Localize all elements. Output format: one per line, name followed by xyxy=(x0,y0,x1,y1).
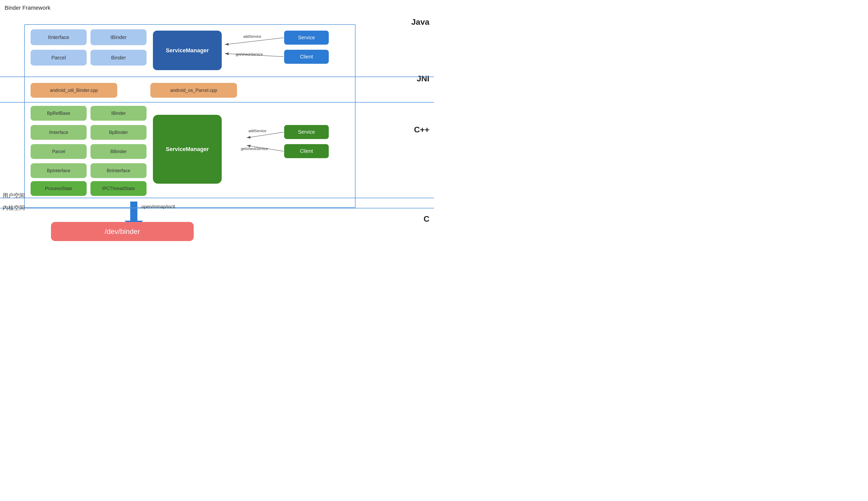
cpp-bpinterface-box: BpInterface xyxy=(31,163,87,178)
java-iinterface-box: IInterface xyxy=(31,29,87,45)
cpp-bpbinder-box: BpBinder xyxy=(90,125,146,140)
java-ibinder-box: IBinder xyxy=(90,29,146,45)
java-getcheckservice-label: get/checkService xyxy=(236,52,263,56)
cpp-client-box: Client xyxy=(284,144,329,158)
dev-binder-label: /dev/binder xyxy=(105,227,140,236)
cpp-processstate-box: ProcessState xyxy=(31,181,87,196)
divider-userspace-kernel xyxy=(0,208,434,209)
jni-android-os-parcel-label: android_os_Parcel.cpp xyxy=(170,88,217,93)
java-addservice-label: addService xyxy=(243,34,261,39)
java-client-label: Client xyxy=(300,54,313,60)
java-servicemanager-label: ServiceManager xyxy=(166,47,209,54)
cpp-service-label: Service xyxy=(298,129,315,135)
cpp-bninterface-box: BnInterface xyxy=(90,163,146,178)
kernelspace-label: 内核空间 xyxy=(2,204,25,212)
java-binder-label: Binder xyxy=(111,55,126,61)
cpp-service-box: Service xyxy=(284,125,329,139)
java-parcel-label: Parcel xyxy=(52,55,66,61)
cpp-bbinder-label: BBinder xyxy=(110,149,127,154)
java-servicemanager-box: ServiceManager xyxy=(153,31,222,70)
cpp-client-label: Client xyxy=(300,148,313,154)
cpp-processstate-label: ProcessState xyxy=(45,186,72,191)
cpp-bninterface-label: BnInterface xyxy=(107,168,130,173)
layer-label-jni: JNI xyxy=(417,74,429,83)
cpp-bprefbase-label: BpRefBase xyxy=(47,111,70,116)
java-iinterface-label: IInterface xyxy=(48,34,69,40)
cpp-iinterface-box: IInterface xyxy=(31,125,87,140)
page-title: Binder Framework xyxy=(4,4,51,11)
dev-binder-box: /dev/binder xyxy=(51,222,194,241)
cpp-bpinterface-label: BpInterface xyxy=(47,168,70,173)
jni-android-os-parcel-box: android_os_Parcel.cpp xyxy=(150,83,237,98)
layer-label-c: C xyxy=(424,214,429,224)
cpp-bpbinder-label: BpBinder xyxy=(109,130,128,135)
cpp-servicemanager-label: ServiceManager xyxy=(166,146,209,152)
jni-android-util-binder-box: android_util_Binder.cpp xyxy=(31,83,117,98)
ioctl-label: open/mmap/ioctl xyxy=(141,204,175,210)
cpp-parcel-label: Parcel xyxy=(52,149,65,154)
cpp-bbinder-box: BBinder xyxy=(90,144,146,159)
cpp-ipcthreadstate-label: IPCThreadState xyxy=(102,186,135,191)
java-service-box: Service xyxy=(284,31,329,45)
cpp-bprefbase-box: BpRefBase xyxy=(31,106,87,121)
cpp-parcel-box: Parcel xyxy=(31,144,87,159)
layer-label-cpp: C++ xyxy=(414,125,429,135)
jni-android-util-binder-label: android_util_Binder.cpp xyxy=(50,88,98,93)
java-service-label: Service xyxy=(298,35,315,41)
cpp-ibinder-label: IBinder xyxy=(111,111,125,116)
cpp-ibinder-box: IBinder xyxy=(90,106,146,121)
layer-label-java: Java xyxy=(411,17,429,27)
userspace-label: 用户空间 xyxy=(2,192,25,200)
java-binder-box: Binder xyxy=(90,50,146,66)
cpp-servicemanager-box: ServiceManager xyxy=(153,115,222,184)
cpp-addservice-label: addService xyxy=(249,129,266,133)
cpp-ipcthreadstate-box: IPCThreadState xyxy=(90,181,146,196)
cpp-getcheckservice-label: get/checkService xyxy=(241,147,268,151)
java-parcel-box: Parcel xyxy=(31,50,87,66)
cpp-iinterface-label: IInterface xyxy=(49,130,68,135)
java-client-box: Client xyxy=(284,50,329,64)
java-ibinder-label: IBinder xyxy=(110,34,127,40)
